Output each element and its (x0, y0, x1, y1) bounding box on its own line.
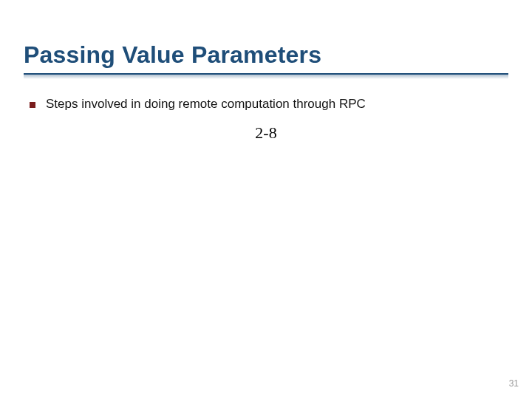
title-rule-gradient (24, 75, 508, 79)
title-rule (24, 72, 508, 79)
bullet-list: Steps involved in doing remote computati… (30, 97, 508, 112)
list-item: Steps involved in doing remote computati… (30, 97, 508, 112)
page-title: Passing Value Parameters (24, 41, 508, 69)
bullet-text: Steps involved in doing remote computati… (46, 97, 366, 112)
page-number: 31 (509, 378, 519, 389)
slide: Passing Value Parameters Steps involved … (0, 0, 532, 399)
square-bullet-icon (30, 102, 35, 108)
figure-label: 2-8 (24, 123, 508, 143)
